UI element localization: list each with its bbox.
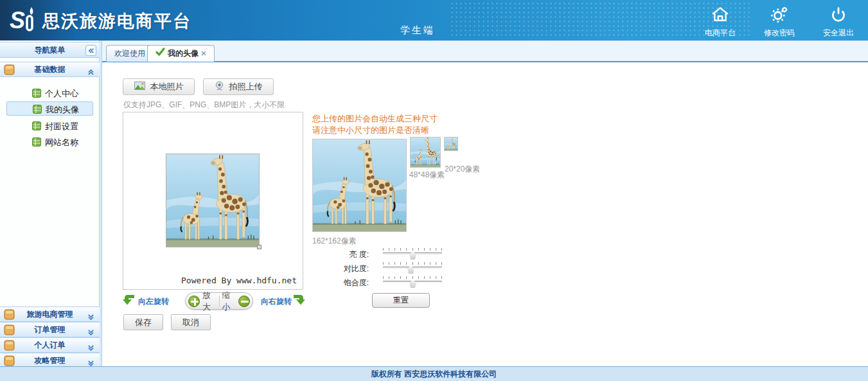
sidebar-item-label: 封面设置: [45, 120, 78, 133]
rotate-right-link[interactable]: 向右旋转: [261, 296, 292, 307]
grid-icon: [32, 137, 41, 150]
sidebar-title: 导航菜单: [35, 46, 66, 55]
size-large-label: 162*162像素: [312, 236, 357, 247]
saturation-label: 饱合度:: [333, 278, 369, 288]
sidebar-section-basic-data[interactable]: 基础数据: [0, 62, 100, 77]
tab-my-avatar[interactable]: 我的头像: [147, 45, 215, 62]
sidebar-section-label: 攻略管理: [35, 356, 66, 365]
crop-canvas[interactable]: Powered By www.hdfu.net: [123, 112, 303, 290]
tab-bar: 欢迎使用 我的头像: [102, 40, 868, 62]
saturation-slider[interactable]: [383, 276, 442, 289]
portal-role-label: 学生端: [382, 24, 453, 37]
preview-note-line2: 请注意中小尺寸的图片是否清晰: [312, 125, 429, 136]
sidebar-section-order-management[interactable]: 订单管理: [0, 322, 100, 337]
app-window: S 思沃旅游电商平台 学生端 电商平台: [0, 0, 868, 381]
rotate-left-link[interactable]: 向左旋转: [138, 296, 169, 307]
check-icon: [155, 46, 165, 62]
power-icon: [829, 6, 847, 25]
avatar-editor-content: 本地照片 拍照上传 仅支持JPG、GIF、PNG、BMP图片，大小不限 Powe…: [102, 64, 868, 366]
slider-ticks: [383, 262, 442, 265]
sidebar-title-bar: 导航菜单: [0, 42, 100, 58]
sidebar-section-personal-orders[interactable]: 个人订单: [0, 337, 100, 353]
preview-20-image: [444, 137, 458, 151]
svg-text:S: S: [10, 7, 25, 33]
copyright-text: 版权所有 西安思沃软件科技有限公司: [371, 369, 497, 378]
zoom-in-label[interactable]: 放大: [202, 290, 217, 313]
header-action-label: 安全退出: [823, 28, 854, 39]
sidebar: 导航菜单 基础数据: [0, 40, 100, 366]
logout-button[interactable]: 安全退出: [823, 6, 854, 39]
change-password-button[interactable]: 修改密码: [764, 6, 795, 39]
footer: 版权所有 西安思沃软件科技有限公司: [0, 366, 868, 381]
resize-handle[interactable]: [257, 245, 261, 249]
save-button[interactable]: 保存: [123, 314, 163, 330]
brightness-slider[interactable]: [383, 248, 442, 261]
ecommerce-platform-button[interactable]: 电商平台: [705, 6, 736, 39]
sidebar-item-site-name[interactable]: 网站名称: [6, 135, 93, 149]
sidebar-item-cover-settings[interactable]: 封面设置: [6, 119, 93, 133]
webcam-icon: [215, 81, 224, 93]
contrast-row: 对比度:: [333, 262, 545, 275]
sidebar-section-label: 基础数据: [35, 65, 66, 74]
logo-icon: S: [9, 5, 39, 37]
sidebar-section-label: 个人订单: [35, 341, 66, 350]
camera-upload-button[interactable]: 拍照上传: [203, 78, 274, 95]
sidebar-item-personal-center[interactable]: 个人中心: [6, 86, 93, 100]
sidebar-item-label: 我的头像: [46, 103, 79, 116]
main-panel: 欢迎使用 我的头像 本地照片: [102, 40, 868, 366]
divider: [219, 296, 220, 306]
picture-icon: [134, 82, 145, 92]
close-icon[interactable]: [201, 46, 206, 62]
brightness-row: 亮 度:: [333, 248, 545, 261]
header-action-label: 电商平台: [705, 28, 736, 39]
preview-48-image: [410, 137, 441, 168]
avatar-crop-image[interactable]: [166, 154, 260, 247]
sidebar-section-label: 订单管理: [35, 325, 66, 334]
header-actions: 电商平台 修改密码: [705, 6, 854, 39]
size-medium-label: 48*48像素: [409, 170, 445, 181]
watermark-text: Powered By www.hdfu.net: [181, 276, 297, 285]
home-icon: [711, 6, 729, 25]
sidebar-section-travel-ecommerce[interactable]: 旅游电商管理: [0, 306, 100, 322]
zoom-out-minus-icon[interactable]: [238, 296, 250, 307]
sidebar-item-my-avatar[interactable]: 我的头像: [6, 102, 93, 116]
double-chevron-up-icon: [87, 66, 94, 81]
slider-ticks: [383, 276, 442, 279]
grid-icon: [33, 104, 42, 118]
preview-162-image: [312, 139, 407, 232]
header-action-label: 修改密码: [764, 28, 795, 39]
contrast-slider[interactable]: [383, 262, 442, 275]
grid-icon: [32, 121, 41, 134]
zoom-control: 放大 缩小: [185, 292, 253, 310]
slider-ticks: [383, 248, 442, 251]
button-label: 拍照上传: [229, 81, 263, 93]
zoom-out-label[interactable]: 缩小: [222, 290, 236, 313]
tab-welcome[interactable]: 欢迎使用: [106, 45, 154, 62]
saturation-row: 饱合度:: [333, 276, 545, 289]
rotate-left-arrow-icon[interactable]: [122, 293, 135, 306]
rotate-right-arrow-icon[interactable]: [293, 293, 306, 306]
sidebar-item-label: 网站名称: [45, 136, 78, 149]
preview-note-line1: 您上传的图片会自动生成三种尺寸: [312, 113, 438, 125]
sidebar-collapse-button[interactable]: [85, 45, 96, 56]
size-small-label: 20*20像素: [445, 164, 480, 175]
double-chevron-left-icon: [88, 48, 94, 54]
logo: S 思沃旅游电商平台: [9, 5, 191, 37]
zoom-in-plus-icon[interactable]: [188, 296, 200, 307]
cancel-button[interactable]: 取消: [171, 314, 211, 330]
gear-icon: [770, 6, 788, 25]
grid-icon: [32, 88, 41, 102]
drawer-icon: [4, 64, 15, 80]
tab-label: 我的头像: [168, 46, 199, 62]
button-label: 本地照片: [150, 81, 184, 93]
sidebar-section-label: 旅游电商管理: [27, 310, 73, 319]
contrast-label: 对比度:: [333, 263, 369, 274]
tab-label: 欢迎使用: [114, 49, 145, 58]
app-title: 思沃旅游电商平台: [42, 10, 191, 33]
app-header: S 思沃旅游电商平台 学生端 电商平台: [0, 0, 868, 40]
format-hint: 仅支持JPG、GIF、PNG、BMP图片，大小不限: [123, 100, 285, 111]
reset-button[interactable]: 重置: [372, 293, 430, 308]
brightness-label: 亮 度:: [333, 249, 369, 260]
sidebar-item-label: 个人中心: [45, 87, 78, 100]
local-photo-button[interactable]: 本地照片: [123, 78, 195, 95]
